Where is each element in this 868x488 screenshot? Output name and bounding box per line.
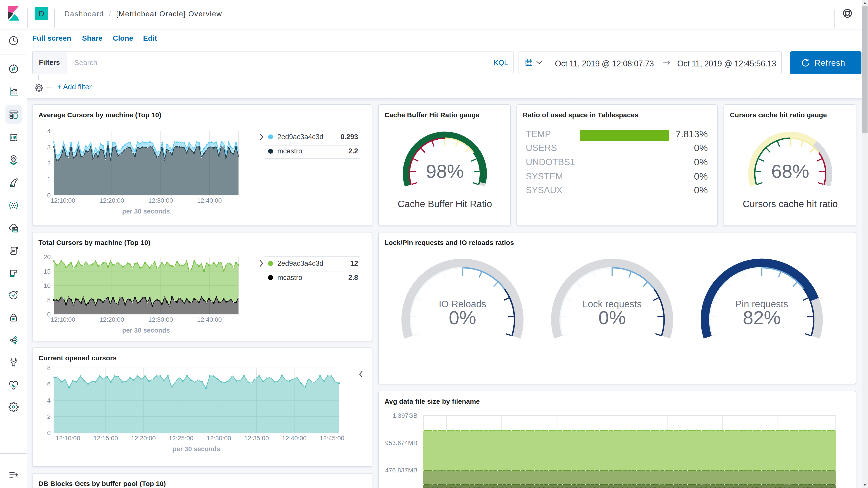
svg-text:2: 2	[47, 160, 51, 167]
svg-text:12:35:00: 12:35:00	[244, 435, 269, 442]
svg-text:15: 15	[43, 268, 51, 275]
svg-text:0%: 0%	[598, 307, 626, 328]
svg-text:0%: 0%	[694, 142, 708, 153]
svg-text:0%: 0%	[694, 157, 708, 167]
svg-text:12:30:00: 12:30:00	[148, 197, 173, 204]
svg-text:68%: 68%	[771, 161, 809, 182]
svg-text:per 30 seconds: per 30 seconds	[173, 445, 220, 453]
svg-text:per 30 seconds: per 30 seconds	[122, 207, 170, 215]
svg-text:TEMP: TEMP	[526, 129, 551, 139]
svg-text:UNDOTBS1: UNDOTBS1	[526, 157, 575, 167]
svg-text:1: 1	[47, 176, 51, 183]
svg-text:12:10:00: 12:10:00	[51, 197, 75, 204]
svg-text:0: 0	[47, 311, 51, 318]
svg-text:5: 5	[47, 297, 51, 304]
svg-text:0%: 0%	[694, 185, 708, 195]
svg-text:3: 3	[47, 144, 51, 151]
svg-text:82%: 82%	[743, 307, 781, 328]
svg-text:4: 4	[47, 128, 51, 135]
svg-text:98%: 98%	[426, 161, 464, 182]
svg-text:1.397GB: 1.397GB	[393, 412, 417, 419]
svg-text:0: 0	[47, 429, 51, 436]
svg-text:12:40:00: 12:40:00	[282, 435, 307, 442]
svg-text:SYSTEM: SYSTEM	[526, 171, 563, 181]
svg-text:2: 2	[47, 413, 51, 420]
svg-text:12:40:00: 12:40:00	[197, 316, 222, 323]
svg-text:8: 8	[47, 364, 51, 371]
svg-text:12:40:00: 12:40:00	[197, 197, 222, 204]
svg-text:0%: 0%	[449, 307, 476, 328]
svg-text:12:20:00: 12:20:00	[131, 435, 156, 442]
svg-text:20: 20	[43, 254, 51, 260]
svg-text:per 30 seconds: per 30 seconds	[122, 327, 170, 334]
svg-text:953.674MB: 953.674MB	[385, 440, 417, 447]
svg-text:7.813%: 7.813%	[676, 129, 708, 139]
svg-text:12:10:00: 12:10:00	[51, 316, 75, 323]
svg-text:10: 10	[43, 282, 51, 289]
svg-text:476.837MB: 476.837MB	[385, 467, 417, 474]
svg-text:12:30:00: 12:30:00	[207, 435, 231, 442]
svg-text:12:45:00: 12:45:00	[320, 435, 344, 442]
svg-text:12:20:00: 12:20:00	[99, 197, 124, 204]
svg-text:12:10:00: 12:10:00	[56, 435, 80, 442]
svg-text:12:20:00: 12:20:00	[99, 316, 124, 323]
svg-text:12:25:00: 12:25:00	[169, 435, 193, 442]
svg-text:6: 6	[47, 381, 51, 388]
svg-text:0: 0	[47, 192, 51, 199]
svg-text:USERS: USERS	[526, 143, 557, 153]
svg-text:SYSAUX: SYSAUX	[526, 185, 562, 195]
svg-text:12:15:00: 12:15:00	[93, 435, 118, 442]
svg-text:Cache Buffer Hit Ratio: Cache Buffer Hit Ratio	[398, 199, 492, 209]
svg-text:4: 4	[47, 397, 51, 404]
svg-text:12:30:00: 12:30:00	[148, 316, 173, 323]
svg-text:0%: 0%	[694, 171, 708, 182]
svg-text:Cursors cache hit ratio: Cursors cache hit ratio	[743, 199, 838, 209]
